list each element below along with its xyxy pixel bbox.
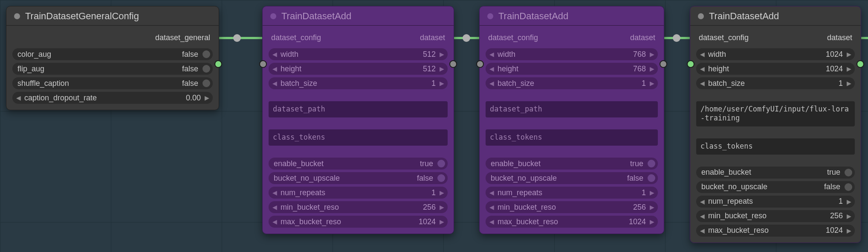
socket-in-icon[interactable]	[476, 60, 484, 68]
arrow-right-icon[interactable]: ▶	[845, 198, 853, 205]
arrow-right-icon[interactable]: ▶	[845, 213, 853, 220]
socket-in-icon[interactable]	[687, 60, 694, 68]
field-max-bucket-reso[interactable]: ◀max_bucket_reso1024▶	[696, 225, 855, 237]
arrow-left-icon[interactable]: ◀	[698, 80, 706, 87]
node-header[interactable]: TrainDatasetGeneralConfig	[6, 6, 219, 25]
arrow-left-icon[interactable]: ◀	[487, 189, 496, 196]
socket-in-icon[interactable]	[259, 60, 267, 68]
arrow-left-icon[interactable]: ◀	[270, 65, 279, 72]
arrow-right-icon[interactable]: ▶	[437, 204, 446, 211]
field-batch-size[interactable]: ◀ batch_size1 ▶	[269, 77, 448, 89]
node-train-dataset-general-config[interactable]: TrainDatasetGeneralConfig dataset_genera…	[6, 6, 219, 110]
arrow-right-icon[interactable]: ▶	[437, 51, 446, 58]
socket-out-icon[interactable]	[214, 60, 222, 68]
arrow-left-icon[interactable]: ◀	[270, 189, 279, 196]
field-batch-size[interactable]: ◀batch_size1▶	[486, 77, 658, 89]
field-bucket-no-upscale[interactable]: bucket_no_upscale false	[269, 172, 448, 184]
collapse-dot-icon[interactable]	[14, 13, 20, 19]
arrow-left-icon[interactable]: ◀	[270, 218, 279, 225]
field-height[interactable]: ◀height768▶	[486, 63, 658, 75]
input-port-dataset-config[interactable]: dataset_config	[271, 33, 321, 42]
field-num-repeats[interactable]: ◀num_repeats1▶	[696, 196, 855, 208]
field-width[interactable]: ◀ width512 ▶	[269, 48, 448, 60]
arrow-right-icon[interactable]: ▶	[648, 80, 656, 87]
field-max-bucket-reso[interactable]: ◀ max_bucket_reso1024 ▶	[269, 216, 448, 228]
field-width[interactable]: ◀width1024▶	[696, 48, 855, 60]
arrow-left-icon[interactable]: ◀	[487, 65, 496, 72]
divider	[690, 25, 861, 26]
collapse-dot-icon[interactable]	[698, 13, 704, 19]
arrow-right-icon[interactable]: ▶	[437, 218, 446, 225]
field-class-tokens[interactable]: class_tokens	[696, 138, 855, 155]
arrow-right-icon[interactable]: ▶	[437, 189, 446, 196]
arrow-right-icon[interactable]: ▶	[845, 65, 853, 72]
node-header[interactable]: TrainDatasetAdd	[480, 6, 664, 25]
field-class-tokens[interactable]: class_tokens	[269, 129, 448, 146]
field-flip-aug[interactable]: flip_aug false	[12, 63, 213, 75]
output-port-dataset[interactable]: dataset	[420, 33, 445, 42]
output-port-dataset[interactable]: dataset	[630, 33, 655, 42]
field-min-bucket-reso[interactable]: ◀min_bucket_reso256▶	[696, 210, 855, 222]
arrow-left-icon[interactable]: ◀	[487, 51, 496, 58]
arrow-right-icon[interactable]: ▶	[437, 80, 446, 87]
arrow-left-icon[interactable]: ◀	[698, 213, 706, 220]
field-min-bucket-reso[interactable]: ◀ min_bucket_reso256 ▶	[269, 201, 448, 213]
arrow-right-icon[interactable]: ▶	[648, 65, 656, 72]
arrow-right-icon[interactable]: ▶	[845, 80, 853, 87]
arrow-left-icon[interactable]: ◀	[270, 80, 279, 87]
arrow-right-icon[interactable]: ▶	[845, 51, 853, 58]
socket-out-icon[interactable]	[660, 60, 667, 68]
collapse-dot-icon[interactable]	[270, 13, 276, 19]
node-train-dataset-add-3[interactable]: TrainDatasetAdd dataset_config dataset ◀…	[690, 6, 861, 243]
output-port-dataset-general[interactable]: dataset_general	[155, 33, 210, 42]
arrow-left-icon[interactable]: ◀	[487, 80, 496, 87]
collapse-dot-icon[interactable]	[487, 13, 493, 19]
node-train-dataset-add-2[interactable]: TrainDatasetAdd dataset_config dataset ◀…	[479, 6, 664, 234]
field-bucket-no-upscale[interactable]: bucket_no_upscalefalse	[486, 172, 658, 184]
field-enable-bucket[interactable]: enable_buckettrue	[696, 167, 855, 179]
arrow-left-icon[interactable]: ◀	[698, 198, 706, 205]
socket-out-icon[interactable]	[856, 60, 864, 68]
arrow-left-icon[interactable]: ◀	[270, 51, 279, 58]
node-canvas[interactable]: TrainDatasetGeneralConfig dataset_genera…	[0, 0, 868, 252]
field-shuffle-caption[interactable]: shuffle_caption false	[12, 77, 213, 89]
arrow-right-icon[interactable]: ▶	[845, 227, 853, 234]
node-header[interactable]: TrainDatasetAdd	[263, 6, 454, 25]
arrow-left-icon[interactable]: ◀	[270, 204, 279, 211]
field-max-bucket-reso[interactable]: ◀max_bucket_reso1024▶	[486, 216, 658, 228]
field-caption-dropout-rate[interactable]: ◀ caption_dropout_rate 0.00 ▶	[12, 92, 213, 104]
field-bucket-no-upscale[interactable]: bucket_no_upscalefalse	[696, 181, 855, 193]
arrow-left-icon[interactable]: ◀	[698, 51, 706, 58]
field-width[interactable]: ◀width768▶	[486, 48, 658, 60]
node-header[interactable]: TrainDatasetAdd	[690, 6, 861, 25]
field-height[interactable]: ◀height1024▶	[696, 63, 855, 75]
arrow-right-icon[interactable]: ▶	[437, 65, 446, 72]
arrow-right-icon[interactable]: ▶	[648, 218, 656, 225]
field-min-bucket-reso[interactable]: ◀min_bucket_reso256▶	[486, 201, 658, 213]
field-color-aug[interactable]: color_aug false	[12, 48, 213, 60]
arrow-right-icon[interactable]: ▶	[648, 189, 656, 196]
field-batch-size[interactable]: ◀batch_size1▶	[696, 77, 855, 89]
arrow-left-icon[interactable]: ◀	[487, 218, 496, 225]
arrow-left-icon[interactable]: ◀	[698, 65, 706, 72]
arrow-right-icon[interactable]: ▶	[648, 204, 656, 211]
field-class-tokens[interactable]: class_tokens	[486, 129, 658, 146]
field-enable-bucket[interactable]: enable_buckettrue	[486, 158, 658, 170]
arrow-right-icon[interactable]: ▶	[648, 51, 656, 58]
arrow-left-icon[interactable]: ◀	[698, 227, 706, 234]
node-train-dataset-add-1[interactable]: TrainDatasetAdd dataset_config dataset ◀…	[262, 6, 454, 234]
field-dataset-path[interactable]: dataset_path	[269, 101, 448, 117]
arrow-right-icon[interactable]: ▶	[203, 94, 211, 101]
field-dataset-path[interactable]: /home/user/ComfyUI/input/flux-lora-train…	[696, 101, 855, 126]
field-num-repeats[interactable]: ◀num_repeats1▶	[486, 187, 658, 199]
field-num-repeats[interactable]: ◀ num_repeats1 ▶	[269, 187, 448, 199]
field-enable-bucket[interactable]: enable_bucket true	[269, 158, 448, 170]
field-dataset-path[interactable]: dataset_path	[486, 101, 658, 117]
arrow-left-icon[interactable]: ◀	[487, 204, 496, 211]
input-port-dataset-config[interactable]: dataset_config	[699, 33, 749, 42]
input-port-dataset-config[interactable]: dataset_config	[488, 33, 538, 42]
output-port-dataset[interactable]: dataset	[827, 33, 852, 42]
arrow-left-icon[interactable]: ◀	[14, 94, 23, 101]
socket-out-icon[interactable]	[449, 60, 457, 68]
field-height[interactable]: ◀ height512 ▶	[269, 63, 448, 75]
